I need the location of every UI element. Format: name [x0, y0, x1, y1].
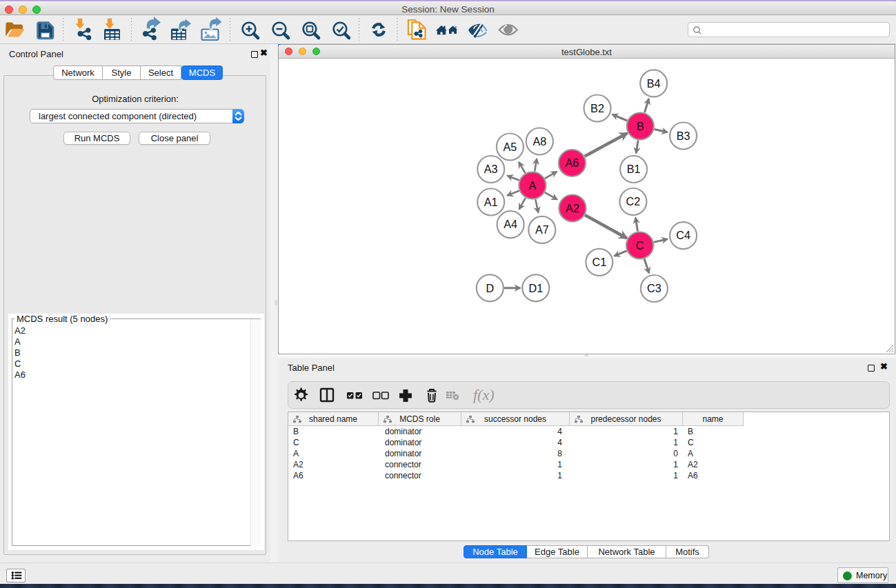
- svg-text:A3: A3: [484, 163, 498, 175]
- svg-text:D: D: [486, 282, 494, 294]
- svg-text:C1: C1: [592, 256, 606, 268]
- svg-text:A1: A1: [484, 196, 498, 208]
- svg-text:C4: C4: [676, 229, 690, 241]
- svg-text:A2: A2: [566, 202, 579, 214]
- svg-text:A6: A6: [565, 156, 579, 169]
- svg-text:C3: C3: [647, 282, 661, 294]
- svg-text:B: B: [637, 120, 644, 132]
- svg-text:C: C: [636, 239, 644, 252]
- svg-text:A5: A5: [503, 141, 517, 153]
- svg-text:C2: C2: [626, 195, 641, 207]
- svg-text:B1: B1: [627, 163, 641, 175]
- svg-text:D1: D1: [528, 282, 543, 294]
- svg-text:A4: A4: [504, 218, 517, 230]
- svg-text:A8: A8: [532, 135, 546, 148]
- svg-text:A: A: [528, 179, 536, 192]
- svg-text:A7: A7: [535, 223, 549, 236]
- svg-text:B2: B2: [590, 102, 604, 114]
- svg-text:B4: B4: [647, 77, 661, 90]
- svg-text:f(x): f(x): [473, 386, 495, 403]
- svg-text:B3: B3: [677, 130, 690, 142]
